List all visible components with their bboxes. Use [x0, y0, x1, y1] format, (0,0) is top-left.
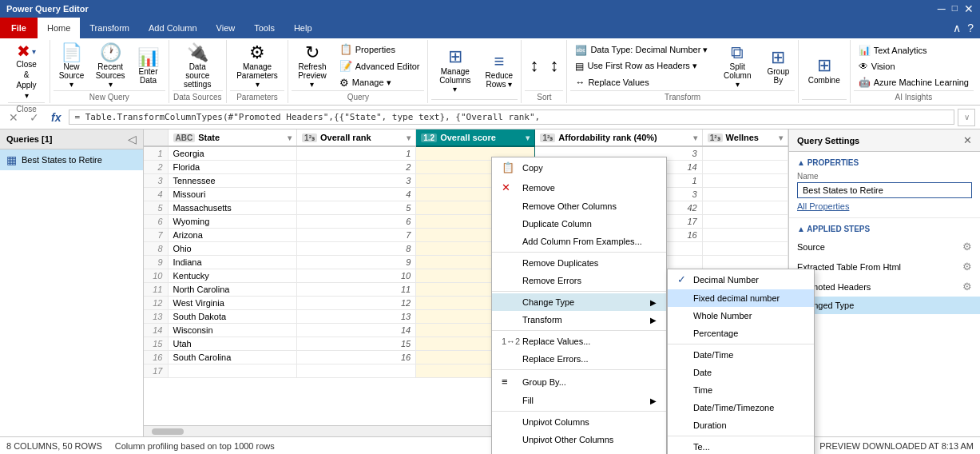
col-rownum	[144, 129, 168, 146]
queries-header-title: Queries [1]	[6, 134, 52, 144]
ctx-add-from-examples[interactable]: Add Column From Examples...	[492, 233, 666, 250]
step-extracted-table[interactable]: Extracted Table From Html ⚙	[789, 257, 980, 277]
close-apply-btn[interactable]: ✖ ▾ Close &Apply ▾	[8, 42, 45, 102]
tab-home[interactable]: Home	[38, 18, 80, 38]
recent-sources-btn[interactable]: 🕐 RecentSources ▾	[91, 42, 130, 90]
step-source[interactable]: Source ⚙	[789, 237, 980, 257]
ribbon-tabs: File Home Transform Add Column View Tool…	[0, 18, 980, 38]
col-affordability[interactable]: 1²₃ Affordability rank (40%) ▾	[535, 129, 702, 146]
cell-rank: 13	[297, 310, 416, 324]
sub-fixed-decimal[interactable]: Fixed decimal number	[668, 289, 814, 307]
formula-cancel-btn[interactable]: ✕	[5, 109, 22, 126]
ctx-group-by[interactable]: ≡ Group By...	[492, 372, 666, 392]
ribbon-group-ai: 📊 Text Analytics 👁 Vision 🤖 Azure Machin…	[851, 40, 977, 103]
tab-transform[interactable]: Transform	[80, 18, 139, 38]
ctx-unpivot-selected[interactable]: Unpivot Only Selected Columns	[492, 448, 666, 454]
table-row: 1 Georgia 1 3	[144, 146, 788, 161]
step-changed-type[interactable]: Changed Type	[789, 297, 980, 314]
ribbon-group-new-query: 📄 NewSource ▾ 🕐 RecentSources ▾ 📊 EnterD…	[50, 40, 169, 103]
manage-columns-btn[interactable]: ⊞ ManageColumns ▾	[431, 46, 478, 94]
col-overall-rank[interactable]: 1²₃ Overall rank ▾	[297, 129, 416, 146]
cell-well	[702, 146, 788, 161]
ctx-copy[interactable]: 📋 Copy	[492, 157, 666, 177]
azure-ml-btn[interactable]: 🤖 Azure Machine Learning	[854, 75, 974, 90]
ctx-remove[interactable]: ✕ Remove	[492, 177, 666, 197]
ctx-duplicate[interactable]: Duplicate Column	[492, 215, 666, 233]
vision-btn[interactable]: 👁 Vision	[854, 59, 974, 74]
cell-state	[168, 364, 297, 378]
formula-expand-btn[interactable]: ∨	[958, 109, 975, 126]
tab-help[interactable]: Help	[284, 18, 322, 38]
queries-collapse-btn[interactable]: ◁	[128, 133, 137, 145]
ctx-transform[interactable]: Transform ▶	[492, 311, 666, 329]
sub-datetime[interactable]: Date/Time	[668, 346, 814, 364]
query-name-input[interactable]	[797, 182, 972, 198]
enter-data-btn[interactable]: 📊 EnterData	[132, 46, 165, 86]
cell-rank: 8	[297, 242, 416, 256]
sub-datetimezone[interactable]: Date/Time/Timezone	[668, 399, 814, 416]
sub-whole-number[interactable]: Whole Number	[668, 307, 814, 325]
ctx-fill[interactable]: Fill ▶	[492, 392, 666, 409]
first-row-headers-btn[interactable]: ▤ Use First Row as Headers ▾	[570, 59, 712, 74]
table-row: 9 Indiana 9	[144, 256, 788, 269]
ctx-replace-values[interactable]: 1↔2 Replace Values...	[492, 333, 666, 350]
tab-file[interactable]: File	[0, 18, 38, 38]
cell-state: North Carolina	[168, 283, 297, 297]
step-promoted-gear[interactable]: ⚙	[962, 281, 972, 293]
ctx-remove-other[interactable]: Remove Other Columns	[492, 197, 666, 215]
sort-asc-btn[interactable]: ↕	[525, 54, 543, 77]
split-column-btn[interactable]: ⧉ SplitColumn ▾	[716, 42, 759, 90]
sub-time[interactable]: Time	[668, 381, 814, 399]
sub-decimal-number[interactable]: ✓ Decimal Number	[668, 269, 814, 289]
data-type-btn[interactable]: 🔤 Data Type: Decimal Number ▾	[570, 43, 712, 58]
formula-confirm-btn[interactable]: ✓	[26, 109, 43, 126]
group-by-btn[interactable]: ⊞ GroupBy	[762, 46, 795, 86]
tab-tools[interactable]: Tools	[244, 18, 284, 38]
minimize-btn[interactable]: ─	[938, 2, 946, 15]
new-source-btn[interactable]: 📄 NewSource ▾	[54, 42, 89, 90]
advanced-editor-btn[interactable]: 📝 Advanced Editor	[335, 58, 425, 74]
sub-text[interactable]: Te...	[668, 438, 814, 454]
col-wellness[interactable]: 1²₃ Wellnes ▾	[702, 129, 788, 146]
formula-input[interactable]	[69, 110, 954, 125]
cell-rownum: 7	[144, 229, 168, 242]
reduce-rows-btn[interactable]: ≡ ReduceRows ▾	[480, 50, 518, 90]
manage-parameters-btn[interactable]: ⚙ ManageParameters ▾	[230, 42, 284, 90]
sub-date[interactable]: Date	[668, 364, 814, 381]
formula-bar: ✕ ✓ fx ∨	[0, 106, 980, 129]
ctx-replace-errors[interactable]: Replace Errors...	[492, 350, 666, 368]
close-btn[interactable]: ✕	[964, 2, 974, 15]
tab-view[interactable]: View	[207, 18, 245, 38]
ctx-unpivot[interactable]: Unpivot Columns	[492, 413, 666, 431]
ctx-remove-errors[interactable]: Remove Errors	[492, 272, 666, 289]
text-analytics-btn[interactable]: 📊 Text Analytics	[854, 43, 974, 58]
ctx-change-type[interactable]: Change Type ▶	[492, 293, 666, 311]
ribbon-group-transform: 🔤 Data Type: Decimal Number ▾ ▤ Use Firs…	[567, 40, 798, 103]
step-promoted-headers[interactable]: Promoted Headers ⚙	[789, 277, 980, 297]
all-properties-link[interactable]: All Properties	[797, 201, 972, 211]
sub-percentage[interactable]: Percentage	[668, 325, 814, 342]
tab-add-column[interactable]: Add Column	[139, 18, 207, 38]
manage-btn[interactable]: ⚙ Manage ▾	[335, 75, 425, 90]
sub-divider-2	[668, 436, 814, 436]
combine-btn[interactable]: ⊞ Combine	[802, 54, 847, 86]
step-extracted-gear[interactable]: ⚙	[962, 261, 972, 273]
replace-values-btn[interactable]: ↔ Replace Values	[570, 75, 712, 90]
cell-well	[702, 242, 788, 256]
settings-close-icon[interactable]: ✕	[963, 134, 972, 146]
sub-duration[interactable]: Duration	[668, 416, 814, 434]
col-overall-score[interactable]: 1.2 Overall score ▾	[416, 129, 535, 146]
data-source-settings-btn[interactable]: 🔌 Data sourcesettings	[173, 42, 223, 90]
maximize-btn[interactable]: □	[952, 2, 958, 15]
refresh-preview-btn[interactable]: ↻ RefreshPreview ▾	[292, 42, 333, 90]
ctx-remove-dupes[interactable]: Remove Duplicates	[492, 254, 666, 272]
properties-btn[interactable]: 📋 Properties	[335, 42, 425, 57]
col-state[interactable]: ABC State ▾	[168, 129, 297, 146]
ctx-unpivot-other[interactable]: Unpivot Other Columns	[492, 431, 666, 448]
query-item-best-states[interactable]: ▦ Best States to Retire	[0, 149, 143, 170]
table-row: 7 Arizona 7 16	[144, 229, 788, 242]
table-row: 8 Ohio 8	[144, 242, 788, 256]
step-source-gear[interactable]: ⚙	[962, 241, 972, 253]
sort-desc-btn[interactable]: ↕	[545, 54, 563, 77]
cell-rank: 4	[297, 188, 416, 201]
